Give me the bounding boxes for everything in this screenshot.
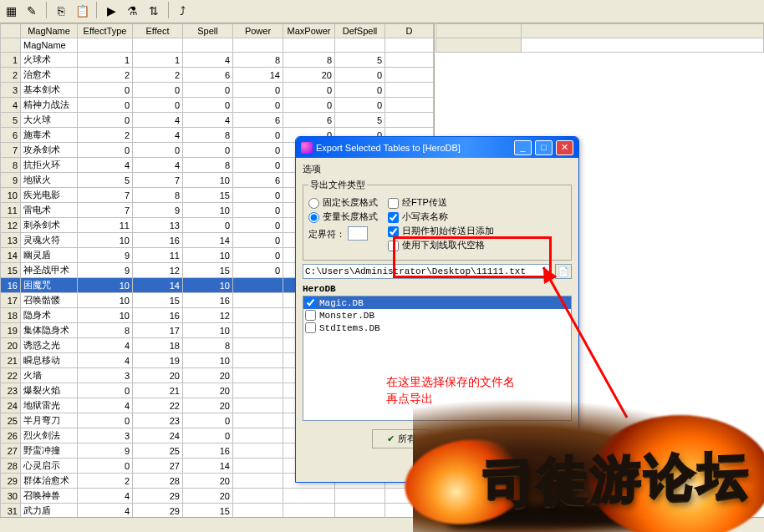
export-type-legend: 导出文件类型 <box>308 179 367 191</box>
dialog-title: Export Selected Tables to [HeroDB] <box>316 143 461 153</box>
table-row[interactable]: 3基本剑术000000 <box>1 83 434 98</box>
export-type-group: 导出文件类型 固定长度格式 变量长度格式 定界符： 经FTP传送 小写表名称 日… <box>303 179 572 261</box>
table-row[interactable]: 1火球术114885 <box>1 53 434 68</box>
maximize-button[interactable]: □ <box>535 140 553 155</box>
tb-pencil-icon[interactable]: ✎ <box>23 1 41 19</box>
table-row[interactable]: 30召唤神兽42920 <box>1 489 434 504</box>
chk-date[interactable]: 日期作初始传送日添加 <box>388 225 494 237</box>
tb-sort-icon[interactable]: ⇅ <box>145 1 163 19</box>
chk-underscore[interactable]: 使用下划线取代空格 <box>388 239 494 251</box>
table-row[interactable]: 4精神力战法000000 <box>1 98 434 113</box>
table-row[interactable]: 31武力盾42915 <box>1 504 434 518</box>
options-label: 选项 <box>303 163 572 175</box>
tb-paste-icon[interactable]: 📋 <box>73 1 91 19</box>
table-row[interactable]: 2治愈术22614200 <box>1 68 434 83</box>
list-item[interactable]: Magic.DB <box>303 296 571 309</box>
list-item[interactable]: Monster.DB <box>303 309 571 322</box>
chk-ftp[interactable]: 经FTP传送 <box>388 196 494 209</box>
export-dialog: Export Selected Tables to [HeroDB] _ □ ✕… <box>295 136 579 483</box>
select-none-button[interactable]: ✘ 取消 <box>444 429 502 448</box>
select-all-button[interactable]: ✔ 所有 <box>372 429 430 448</box>
col-Effect[interactable]: Effect <box>133 24 183 38</box>
chk-lowercase[interactable]: 小写表名称 <box>388 210 494 223</box>
tb-export-icon[interactable]: ⤴ <box>174 1 192 19</box>
browse-button[interactable]: 📄 <box>555 264 572 279</box>
delimiter-input[interactable] <box>348 226 368 241</box>
col-EffectType[interactable]: EffectType <box>78 24 133 38</box>
close-button[interactable]: ✕ <box>556 140 573 155</box>
db-label: HeroDB <box>303 284 572 294</box>
list-item[interactable]: StdItems.DB <box>303 322 571 334</box>
tb-grid-icon[interactable]: ▦ <box>2 1 20 19</box>
dialog-icon <box>301 142 313 154</box>
table-row[interactable]: 5大火球044665 <box>1 113 434 128</box>
main-toolbar: ▦ ✎ ⎘ 📋 ▶ ⚗ ⇅ ⤴ <box>0 0 764 23</box>
minimize-button[interactable]: _ <box>514 140 532 155</box>
radio-fixed-length[interactable]: 固定长度格式 <box>308 196 378 209</box>
tb-filter-icon[interactable]: ⚗ <box>123 1 141 19</box>
delimiter-row: 定界符： <box>308 226 378 241</box>
col-Spell[interactable]: Spell <box>183 24 233 38</box>
tb-run-icon[interactable]: ▶ <box>102 1 120 19</box>
dialog-titlebar[interactable]: Export Selected Tables to [HeroDB] _ □ ✕ <box>296 137 578 158</box>
status-bar <box>0 517 764 532</box>
col-Power[interactable]: Power <box>233 24 283 38</box>
col-DefSpell[interactable]: DefSpell <box>335 24 385 38</box>
col-MagName[interactable]: MagName <box>21 24 78 38</box>
radio-variable-length[interactable]: 变量长度格式 <box>308 210 378 223</box>
export-path-input[interactable] <box>303 264 552 279</box>
col-D[interactable]: D <box>385 24 434 38</box>
tb-copy-icon[interactable]: ⎘ <box>52 1 70 19</box>
col-MaxPower[interactable]: MaxPower <box>283 24 335 38</box>
table-listbox[interactable]: Magic.DBMonster.DBStdItems.DB <box>303 296 572 421</box>
